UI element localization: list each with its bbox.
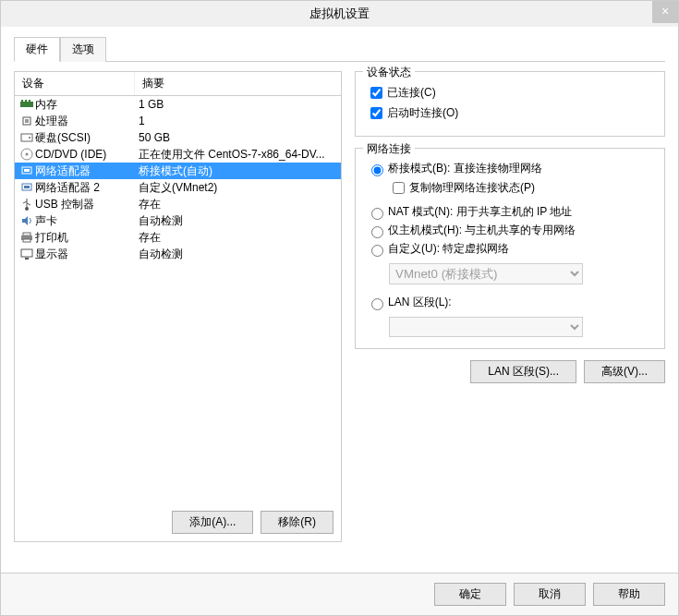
connected-checkbox[interactable]: [370, 87, 382, 99]
device-status-group: 设备状态 已连接(C) 启动时连接(O): [355, 71, 665, 137]
replicate-checkbox[interactable]: [393, 182, 405, 194]
connect-on-start-checkbox-row[interactable]: 启动时连接(O): [367, 104, 653, 122]
svg-rect-19: [25, 258, 29, 260]
vm-settings-window: 虚拟机设置 × 硬件 选项 设备 摘要 内存1 GB处理器1硬盘(SCSI)50…: [0, 0, 679, 616]
device-row[interactable]: 硬盘(SCSI)50 GB: [15, 129, 341, 146]
svg-point-7: [29, 137, 30, 139]
help-button[interactable]: 帮助: [593, 583, 665, 606]
device-name: USB 控制器: [35, 197, 135, 212]
replicate-checkbox-row[interactable]: 复制物理网络连接状态(P): [389, 179, 653, 197]
svg-rect-2: [25, 100, 27, 102]
nat-radio[interactable]: [371, 208, 383, 220]
device-summary: 1: [135, 115, 337, 127]
add-device-button[interactable]: 添加(A)...: [172, 511, 253, 534]
settings-panel: 设备状态 已连接(C) 启动时连接(O) 网络连接 桥接模式(B): 直接连接物: [355, 71, 665, 542]
sound-icon: [18, 215, 35, 226]
device-summary: 自动检测: [135, 213, 337, 229]
connected-label: 已连接(C): [387, 85, 436, 101]
lanseg-select: [389, 317, 583, 337]
device-row[interactable]: 内存1 GB: [15, 96, 341, 113]
device-summary: 自定义(VMnet2): [135, 180, 337, 196]
device-name: 网络适配器 2: [35, 180, 135, 196]
nat-label: NAT 模式(N): 用于共享主机的 IP 地址: [388, 204, 572, 220]
device-status-title: 设备状态: [363, 65, 415, 80]
remove-device-button[interactable]: 移除(R): [261, 511, 333, 534]
svg-point-9: [26, 153, 29, 156]
svg-rect-1: [21, 100, 23, 102]
device-summary: 1 GB: [135, 98, 337, 111]
device-name: 打印机: [35, 230, 135, 246]
svg-rect-13: [24, 186, 30, 188]
device-row[interactable]: 打印机存在: [15, 229, 341, 246]
col-device: 设备: [15, 72, 135, 95]
svg-rect-11: [24, 169, 30, 172]
hostonly-label: 仅主机模式(H): 与主机共享的专用网络: [388, 223, 576, 238]
svg-rect-6: [21, 134, 32, 141]
lanseg-radio-row[interactable]: LAN 区段(L):: [367, 295, 653, 310]
device-list-body: 内存1 GB处理器1硬盘(SCSI)50 GBCD/DVD (IDE)正在使用文…: [15, 96, 341, 262]
device-summary: 存在: [135, 230, 337, 246]
close-button[interactable]: ×: [652, 1, 678, 23]
advanced-button[interactable]: 高级(V)...: [584, 360, 665, 383]
lanseg-label: LAN 区段(L):: [388, 295, 452, 310]
tab-hardware[interactable]: 硬件: [14, 37, 60, 62]
bridged-radio-row[interactable]: 桥接模式(B): 直接连接物理网络: [367, 161, 653, 176]
device-row[interactable]: 网络适配器桥接模式(自动): [15, 163, 341, 179]
display-icon: [18, 248, 35, 260]
memory-icon: [18, 100, 35, 109]
device-list-header: 设备 摘要: [15, 72, 341, 96]
nat-radio-row[interactable]: NAT 模式(N): 用于共享主机的 IP 地址: [367, 204, 653, 220]
cpu-icon: [18, 115, 35, 127]
window-title: 虚拟机设置: [309, 6, 370, 20]
device-panel: 设备 摘要 内存1 GB处理器1硬盘(SCSI)50 GBCD/DVD (IDE…: [14, 71, 342, 542]
svg-rect-15: [23, 233, 30, 236]
net-icon: [18, 182, 35, 193]
device-row[interactable]: 声卡自动检测: [15, 212, 341, 229]
ok-button[interactable]: 确定: [434, 583, 506, 606]
svg-rect-5: [25, 119, 29, 123]
lan-segments-button[interactable]: LAN 区段(S)...: [470, 360, 576, 383]
svg-rect-0: [20, 102, 33, 107]
network-connection-title: 网络连接: [363, 141, 415, 157]
cancel-button[interactable]: 取消: [514, 583, 586, 606]
usb-icon: [18, 198, 35, 211]
device-summary: 正在使用文件 CentOS-7-x86_64-DV...: [135, 147, 337, 163]
device-name: 处理器: [35, 114, 135, 129]
device-summary: 50 GB: [135, 131, 337, 144]
disk-icon: [18, 132, 35, 143]
custom-radio-row[interactable]: 自定义(U): 特定虚拟网络: [367, 241, 653, 257]
device-name: 内存: [35, 97, 135, 113]
bridged-label: 桥接模式(B): 直接连接物理网络: [388, 161, 542, 176]
replicate-label: 复制物理网络连接状态(P): [409, 180, 535, 196]
custom-label: 自定义(U): 特定虚拟网络: [388, 241, 509, 257]
device-summary: 桥接模式(自动): [135, 163, 337, 179]
svg-rect-17: [23, 239, 30, 242]
tab-options[interactable]: 选项: [60, 37, 106, 62]
col-summary: 摘要: [135, 72, 172, 95]
connect-on-start-checkbox[interactable]: [370, 107, 382, 119]
dialog-footer: 确定 取消 帮助: [1, 573, 678, 615]
device-row[interactable]: 显示器自动检测: [15, 246, 341, 262]
device-name: 硬盘(SCSI): [35, 130, 135, 146]
tab-bar: 硬件 选项: [14, 36, 665, 62]
svg-rect-18: [21, 249, 32, 257]
device-row[interactable]: CD/DVD (IDE)正在使用文件 CentOS-7-x86_64-DV...: [15, 146, 341, 163]
hostonly-radio[interactable]: [371, 226, 383, 238]
device-summary: 存在: [135, 197, 337, 212]
bridged-radio[interactable]: [371, 164, 383, 176]
svg-point-14: [25, 207, 29, 211]
device-name: CD/DVD (IDE): [35, 148, 135, 161]
hostonly-radio-row[interactable]: 仅主机模式(H): 与主机共享的专用网络: [367, 223, 653, 238]
device-row[interactable]: 网络适配器 2自定义(VMnet2): [15, 179, 341, 196]
device-row[interactable]: USB 控制器存在: [15, 196, 341, 212]
connect-on-start-label: 启动时连接(O): [387, 105, 458, 121]
lanseg-radio[interactable]: [371, 298, 383, 310]
titlebar: 虚拟机设置 ×: [1, 1, 678, 27]
connected-checkbox-row[interactable]: 已连接(C): [367, 84, 653, 102]
custom-radio[interactable]: [371, 245, 383, 257]
device-row[interactable]: 处理器1: [15, 113, 341, 129]
custom-vmnet-select: VMnet0 (桥接模式): [389, 263, 583, 284]
device-name: 显示器: [35, 247, 135, 262]
net-icon: [18, 165, 35, 176]
network-connection-group: 网络连接 桥接模式(B): 直接连接物理网络 复制物理网络连接状态(P) NAT…: [355, 148, 665, 349]
